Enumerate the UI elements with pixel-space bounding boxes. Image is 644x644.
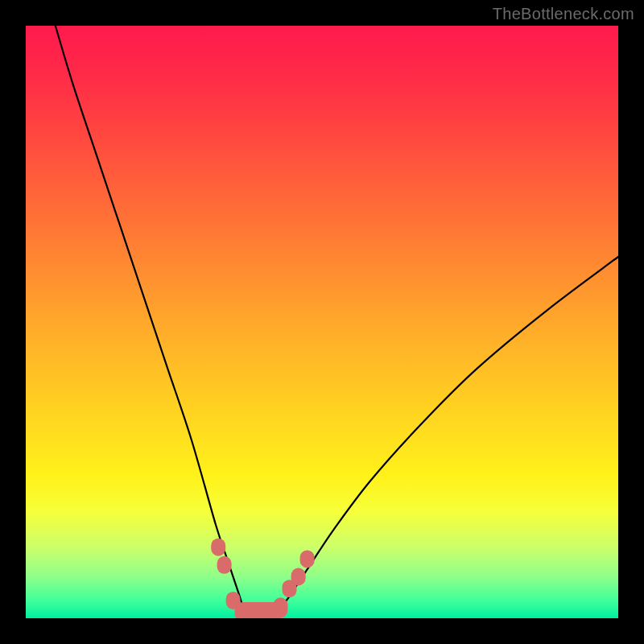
highlight-floor-bar (235, 602, 288, 618)
highlight-marker (217, 556, 232, 574)
chart-frame: TheBottleneck.com (0, 0, 644, 644)
plot-area (26, 26, 618, 618)
highlight-marker (211, 539, 225, 556)
bottleneck-curve (56, 26, 618, 618)
highlight-markers (211, 539, 314, 618)
highlight-marker (300, 550, 315, 568)
watermark-text: TheBottleneck.com (493, 5, 634, 23)
curve-layer (26, 26, 618, 618)
highlight-marker (291, 568, 306, 586)
